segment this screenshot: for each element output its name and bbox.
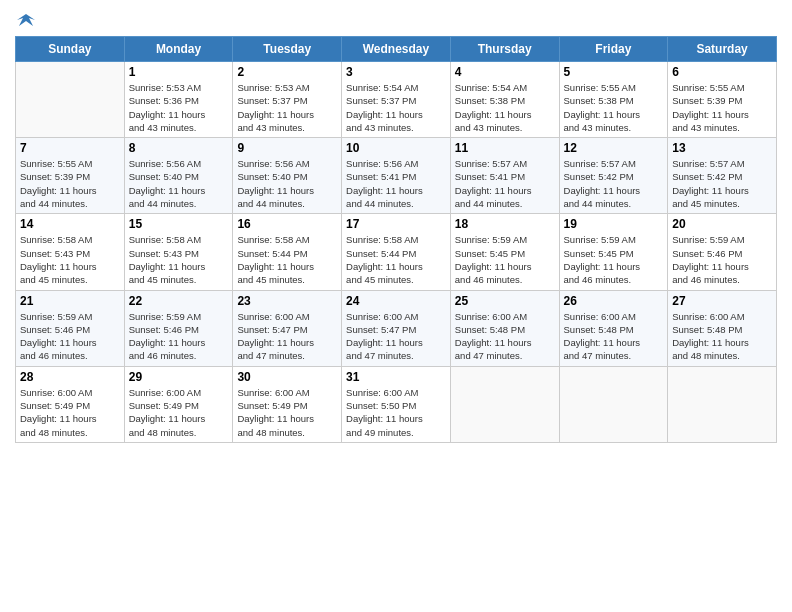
day-info: Sunrise: 5:55 AM Sunset: 5:39 PM Dayligh… xyxy=(20,157,120,210)
day-info: Sunrise: 6:00 AM Sunset: 5:48 PM Dayligh… xyxy=(564,310,664,363)
calendar-cell: 26Sunrise: 6:00 AM Sunset: 5:48 PM Dayli… xyxy=(559,290,668,366)
day-number: 14 xyxy=(20,217,120,231)
calendar-cell: 14Sunrise: 5:58 AM Sunset: 5:43 PM Dayli… xyxy=(16,214,125,290)
calendar-week-row: 21Sunrise: 5:59 AM Sunset: 5:46 PM Dayli… xyxy=(16,290,777,366)
calendar-cell: 20Sunrise: 5:59 AM Sunset: 5:46 PM Dayli… xyxy=(668,214,777,290)
calendar-week-row: 1Sunrise: 5:53 AM Sunset: 5:36 PM Daylig… xyxy=(16,62,777,138)
calendar-cell: 30Sunrise: 6:00 AM Sunset: 5:49 PM Dayli… xyxy=(233,366,342,442)
calendar-cell: 23Sunrise: 6:00 AM Sunset: 5:47 PM Dayli… xyxy=(233,290,342,366)
day-info: Sunrise: 5:58 AM Sunset: 5:44 PM Dayligh… xyxy=(346,233,446,286)
day-info: Sunrise: 6:00 AM Sunset: 5:48 PM Dayligh… xyxy=(455,310,555,363)
calendar-cell: 5Sunrise: 5:55 AM Sunset: 5:38 PM Daylig… xyxy=(559,62,668,138)
calendar-cell: 11Sunrise: 5:57 AM Sunset: 5:41 PM Dayli… xyxy=(450,138,559,214)
calendar-cell xyxy=(668,366,777,442)
day-number: 9 xyxy=(237,141,337,155)
day-number: 1 xyxy=(129,65,229,79)
day-number: 11 xyxy=(455,141,555,155)
day-number: 12 xyxy=(564,141,664,155)
logo-bird-icon xyxy=(17,12,35,28)
calendar-cell: 28Sunrise: 6:00 AM Sunset: 5:49 PM Dayli… xyxy=(16,366,125,442)
day-number: 18 xyxy=(455,217,555,231)
header-thursday: Thursday xyxy=(450,37,559,62)
day-info: Sunrise: 5:56 AM Sunset: 5:40 PM Dayligh… xyxy=(129,157,229,210)
header-friday: Friday xyxy=(559,37,668,62)
calendar-cell: 29Sunrise: 6:00 AM Sunset: 5:49 PM Dayli… xyxy=(124,366,233,442)
day-info: Sunrise: 5:53 AM Sunset: 5:37 PM Dayligh… xyxy=(237,81,337,134)
calendar-cell: 16Sunrise: 5:58 AM Sunset: 5:44 PM Dayli… xyxy=(233,214,342,290)
calendar-cell: 12Sunrise: 5:57 AM Sunset: 5:42 PM Dayli… xyxy=(559,138,668,214)
day-number: 10 xyxy=(346,141,446,155)
calendar-cell: 24Sunrise: 6:00 AM Sunset: 5:47 PM Dayli… xyxy=(342,290,451,366)
day-info: Sunrise: 6:00 AM Sunset: 5:49 PM Dayligh… xyxy=(20,386,120,439)
calendar-cell: 25Sunrise: 6:00 AM Sunset: 5:48 PM Dayli… xyxy=(450,290,559,366)
day-info: Sunrise: 5:59 AM Sunset: 5:45 PM Dayligh… xyxy=(455,233,555,286)
calendar-cell xyxy=(559,366,668,442)
day-number: 29 xyxy=(129,370,229,384)
calendar-cell: 10Sunrise: 5:56 AM Sunset: 5:41 PM Dayli… xyxy=(342,138,451,214)
calendar-cell: 1Sunrise: 5:53 AM Sunset: 5:36 PM Daylig… xyxy=(124,62,233,138)
day-number: 22 xyxy=(129,294,229,308)
day-info: Sunrise: 5:59 AM Sunset: 5:45 PM Dayligh… xyxy=(564,233,664,286)
calendar-cell: 31Sunrise: 6:00 AM Sunset: 5:50 PM Dayli… xyxy=(342,366,451,442)
day-info: Sunrise: 5:55 AM Sunset: 5:38 PM Dayligh… xyxy=(564,81,664,134)
day-number: 19 xyxy=(564,217,664,231)
day-info: Sunrise: 5:54 AM Sunset: 5:38 PM Dayligh… xyxy=(455,81,555,134)
calendar-cell: 17Sunrise: 5:58 AM Sunset: 5:44 PM Dayli… xyxy=(342,214,451,290)
day-number: 28 xyxy=(20,370,120,384)
calendar-cell: 6Sunrise: 5:55 AM Sunset: 5:39 PM Daylig… xyxy=(668,62,777,138)
day-number: 17 xyxy=(346,217,446,231)
day-number: 3 xyxy=(346,65,446,79)
calendar-table: Sunday Monday Tuesday Wednesday Thursday… xyxy=(15,36,777,443)
header-tuesday: Tuesday xyxy=(233,37,342,62)
day-info: Sunrise: 5:57 AM Sunset: 5:42 PM Dayligh… xyxy=(564,157,664,210)
day-number: 31 xyxy=(346,370,446,384)
day-info: Sunrise: 6:00 AM Sunset: 5:47 PM Dayligh… xyxy=(237,310,337,363)
day-info: Sunrise: 5:57 AM Sunset: 5:42 PM Dayligh… xyxy=(672,157,772,210)
day-number: 7 xyxy=(20,141,120,155)
calendar-cell: 21Sunrise: 5:59 AM Sunset: 5:46 PM Dayli… xyxy=(16,290,125,366)
svg-marker-0 xyxy=(17,14,35,26)
header-sunday: Sunday xyxy=(16,37,125,62)
calendar-cell: 27Sunrise: 6:00 AM Sunset: 5:48 PM Dayli… xyxy=(668,290,777,366)
day-info: Sunrise: 5:58 AM Sunset: 5:44 PM Dayligh… xyxy=(237,233,337,286)
weekday-header-row: Sunday Monday Tuesday Wednesday Thursday… xyxy=(16,37,777,62)
day-number: 25 xyxy=(455,294,555,308)
day-info: Sunrise: 5:58 AM Sunset: 5:43 PM Dayligh… xyxy=(20,233,120,286)
day-info: Sunrise: 5:53 AM Sunset: 5:36 PM Dayligh… xyxy=(129,81,229,134)
day-number: 23 xyxy=(237,294,337,308)
day-number: 27 xyxy=(672,294,772,308)
day-number: 24 xyxy=(346,294,446,308)
day-number: 2 xyxy=(237,65,337,79)
day-number: 15 xyxy=(129,217,229,231)
calendar-cell: 2Sunrise: 5:53 AM Sunset: 5:37 PM Daylig… xyxy=(233,62,342,138)
day-info: Sunrise: 5:57 AM Sunset: 5:41 PM Dayligh… xyxy=(455,157,555,210)
header-saturday: Saturday xyxy=(668,37,777,62)
day-number: 26 xyxy=(564,294,664,308)
calendar-cell: 13Sunrise: 5:57 AM Sunset: 5:42 PM Dayli… xyxy=(668,138,777,214)
calendar-cell: 9Sunrise: 5:56 AM Sunset: 5:40 PM Daylig… xyxy=(233,138,342,214)
calendar-week-row: 28Sunrise: 6:00 AM Sunset: 5:49 PM Dayli… xyxy=(16,366,777,442)
day-number: 4 xyxy=(455,65,555,79)
day-info: Sunrise: 6:00 AM Sunset: 5:49 PM Dayligh… xyxy=(237,386,337,439)
day-info: Sunrise: 6:00 AM Sunset: 5:47 PM Dayligh… xyxy=(346,310,446,363)
day-info: Sunrise: 5:59 AM Sunset: 5:46 PM Dayligh… xyxy=(672,233,772,286)
logo xyxy=(15,16,35,28)
header-wednesday: Wednesday xyxy=(342,37,451,62)
day-info: Sunrise: 5:59 AM Sunset: 5:46 PM Dayligh… xyxy=(129,310,229,363)
calendar-week-row: 7Sunrise: 5:55 AM Sunset: 5:39 PM Daylig… xyxy=(16,138,777,214)
day-info: Sunrise: 5:55 AM Sunset: 5:39 PM Dayligh… xyxy=(672,81,772,134)
day-info: Sunrise: 6:00 AM Sunset: 5:48 PM Dayligh… xyxy=(672,310,772,363)
calendar-cell: 7Sunrise: 5:55 AM Sunset: 5:39 PM Daylig… xyxy=(16,138,125,214)
calendar-cell: 15Sunrise: 5:58 AM Sunset: 5:43 PM Dayli… xyxy=(124,214,233,290)
day-info: Sunrise: 5:59 AM Sunset: 5:46 PM Dayligh… xyxy=(20,310,120,363)
calendar-cell: 8Sunrise: 5:56 AM Sunset: 5:40 PM Daylig… xyxy=(124,138,233,214)
calendar-cell xyxy=(16,62,125,138)
day-number: 6 xyxy=(672,65,772,79)
header xyxy=(15,10,777,28)
header-monday: Monday xyxy=(124,37,233,62)
day-info: Sunrise: 5:56 AM Sunset: 5:40 PM Dayligh… xyxy=(237,157,337,210)
calendar-cell: 4Sunrise: 5:54 AM Sunset: 5:38 PM Daylig… xyxy=(450,62,559,138)
day-number: 21 xyxy=(20,294,120,308)
calendar-cell: 19Sunrise: 5:59 AM Sunset: 5:45 PM Dayli… xyxy=(559,214,668,290)
calendar-week-row: 14Sunrise: 5:58 AM Sunset: 5:43 PM Dayli… xyxy=(16,214,777,290)
